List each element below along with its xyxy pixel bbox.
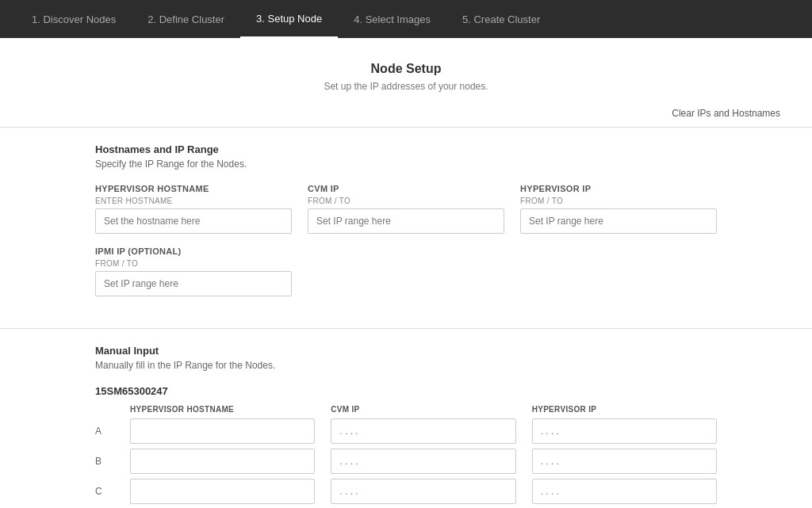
row-c-hypervisor-input[interactable] xyxy=(532,479,717,504)
ipmi-input[interactable] xyxy=(95,271,292,296)
node-id: 15SM65300247 xyxy=(95,385,717,397)
nav-item-define[interactable]: 2. Define Cluster xyxy=(132,0,240,38)
table-row: B xyxy=(95,449,717,474)
hostnames-desc: Specify the IP Range for the Nodes. xyxy=(95,159,717,170)
cvm-ip-input[interactable] xyxy=(308,208,504,234)
row-label-c: C xyxy=(95,486,114,497)
manual-title: Manual Input xyxy=(95,345,717,357)
col-header-hostname: HYPERVISOR HOSTNAME xyxy=(130,405,315,414)
table-row: A xyxy=(95,418,717,444)
row-b-cvm-input[interactable] xyxy=(331,449,515,474)
manual-table-header: HYPERVISOR HOSTNAME CVM IP HYPERVISOR IP xyxy=(95,405,717,414)
manual-desc: Manually fill in the IP Range for the No… xyxy=(95,360,717,371)
row-a-hypervisor-input[interactable] xyxy=(532,418,717,444)
hypervisor-ip-label: Hypervisor IP xyxy=(520,184,717,193)
page-subtitle: Set up the IP addresses of your nodes. xyxy=(0,81,812,92)
cvm-ip-group: CVM IP FROM / TO xyxy=(308,184,504,234)
top-navigation: 1. Discover Nodes 2. Define Cluster 3. S… xyxy=(0,0,812,38)
ipmi-sublabel: FROM / TO xyxy=(95,259,292,268)
cvm-ip-label: CVM IP xyxy=(308,184,504,193)
hypervisor-ip-group: Hypervisor IP FROM / TO xyxy=(520,184,717,234)
table-row: C xyxy=(95,479,717,504)
hypervisor-hostname-sublabel: ENTER HOSTNAME xyxy=(95,197,292,205)
page-content: Node Setup Set up the IP addresses of yo… xyxy=(0,38,812,508)
row-b-hypervisor-input[interactable] xyxy=(532,449,717,474)
clear-row: Clear IPs and Hostnames xyxy=(0,108,812,127)
hypervisor-ip-sublabel: FROM / TO xyxy=(520,197,717,205)
nav-item-images[interactable]: 4. Select Images xyxy=(338,0,446,38)
clear-ips-link[interactable]: Clear IPs and Hostnames xyxy=(672,108,780,119)
row-label-b: B xyxy=(95,456,114,467)
row-a-cvm-input[interactable] xyxy=(331,418,515,444)
row-c-hostname-input[interactable] xyxy=(130,479,315,504)
row-c-cvm-input[interactable] xyxy=(331,479,515,504)
col-header-hypervisor: HYPERVISOR IP xyxy=(532,405,717,414)
cvm-ip-sublabel: FROM / TO xyxy=(308,197,504,205)
page-title: Node Setup xyxy=(0,62,812,76)
hypervisor-hostname-input[interactable] xyxy=(95,208,292,234)
nav-item-discover[interactable]: 1. Discover Nodes xyxy=(16,0,132,38)
ipmi-group: IPMI IP (Optional) FROM / TO xyxy=(95,246,292,296)
hypervisor-ip-input[interactable] xyxy=(520,208,717,234)
row-label-a: A xyxy=(95,426,114,437)
ipmi-row: IPMI IP (Optional) FROM / TO xyxy=(95,246,717,296)
row-b-hostname-input[interactable] xyxy=(130,449,315,474)
page-header: Node Setup Set up the IP addresses of yo… xyxy=(0,38,812,108)
nav-item-create[interactable]: 5. Create Cluster xyxy=(446,0,556,38)
hostnames-title: Hostnames and IP Range xyxy=(95,143,717,155)
nav-item-setup[interactable]: 3. Setup Node xyxy=(240,0,338,38)
col-header-cvm: CVM IP xyxy=(331,405,515,414)
hypervisor-hostname-label: Hypervisor Hostname xyxy=(95,184,292,193)
col-header-empty xyxy=(95,405,114,414)
hostnames-form-row: Hypervisor Hostname ENTER HOSTNAME CVM I… xyxy=(95,184,717,234)
manual-section: Manual Input Manually fill in the IP Ran… xyxy=(0,328,812,508)
hostnames-section: Hostnames and IP Range Specify the IP Ra… xyxy=(0,127,812,328)
hypervisor-hostname-group: Hypervisor Hostname ENTER HOSTNAME xyxy=(95,184,292,234)
ipmi-label: IPMI IP (Optional) xyxy=(95,246,292,256)
row-a-hostname-input[interactable] xyxy=(130,418,315,444)
